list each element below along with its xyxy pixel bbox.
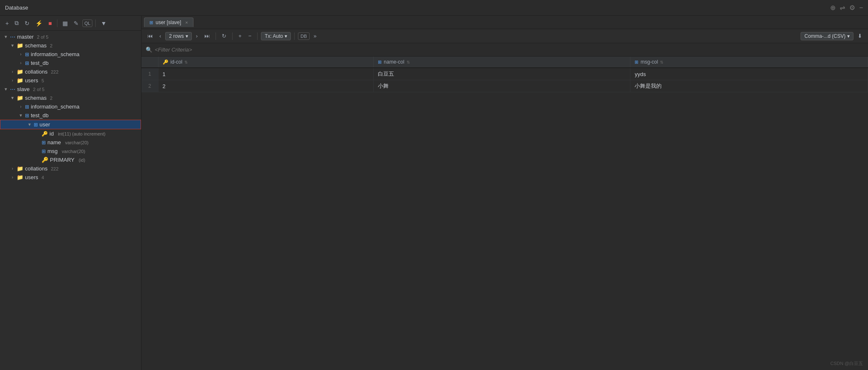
filter-input[interactable]: [155, 47, 864, 53]
add-connection-icon[interactable]: ⊕: [830, 4, 836, 12]
data-toolbar: ⏮ ‹ 2 rows ▾ › ⏭ ↻ + − Tx: Auto ▾ DB »: [141, 29, 868, 43]
master-label: master: [17, 34, 34, 40]
add-button[interactable]: +: [3, 19, 11, 28]
col-name-type: varchar(20): [65, 140, 89, 145]
row-msg-cell[interactable]: 小舞是我的: [630, 80, 868, 92]
col-name-header-label: name-col: [384, 59, 404, 65]
sidebar-item-info-schema-slave[interactable]: › ⊞ information_schema: [0, 102, 141, 111]
tx-selector[interactable]: Tx: Auto ▾: [261, 32, 291, 40]
sidebar-item-testdb-slave[interactable]: ▼ ⊞ test_db: [0, 111, 141, 120]
edit-button[interactable]: ✎: [72, 19, 81, 28]
data-table-wrapper: 🔑 id-col ⇅ ⊞ name-col ⇅: [141, 57, 868, 370]
row-name-cell[interactable]: 白豆五: [374, 68, 630, 80]
lightning-button[interactable]: ⚡: [33, 19, 45, 28]
info-schema-slave-label: information_schema: [31, 104, 79, 110]
table-icon-col-msg: ⊞: [42, 148, 46, 154]
row-id-cell[interactable]: 1: [158, 68, 374, 80]
sidebar-item-collations-slave[interactable]: › 📁 collations 222: [0, 164, 141, 173]
master-badge: 2 of 5: [37, 35, 49, 39]
sort-arrow-id: ⇅: [184, 60, 188, 64]
settings-icon[interactable]: ⚙: [849, 4, 855, 12]
chevron-user-table: ▼: [27, 122, 32, 127]
slave-label: slave: [17, 86, 30, 92]
nav-first-button[interactable]: ⏮: [145, 32, 155, 40]
col-id-type: int(11) (auto increment): [58, 131, 105, 136]
rows-dropdown-icon: ▾: [186, 33, 188, 39]
users-slave-badge: 4: [42, 175, 44, 180]
row-num-cell: 2: [141, 80, 158, 92]
folder-icon-collations-master: 📁: [17, 69, 23, 75]
row-name-cell[interactable]: 小舞: [374, 80, 630, 92]
sidebar-item-schemas-master[interactable]: ▼ 📁 schemas 2: [0, 41, 141, 50]
remove-row-button[interactable]: −: [246, 32, 254, 40]
col-header-name[interactable]: ⊞ name-col ⇅: [374, 57, 630, 68]
key-col-icon: 🔑: [163, 59, 169, 65]
rows-selector[interactable]: 2 rows ▾: [165, 32, 191, 40]
db-icon-button[interactable]: DB: [298, 32, 309, 40]
sidebar-item-col-name[interactable]: › ⊞ name varchar(20): [0, 138, 141, 147]
chevron-collations-slave: ›: [10, 166, 15, 171]
sort-arrow-msg: ⇅: [660, 60, 663, 64]
toolbar-divider-4: [294, 32, 295, 40]
sidebar-item-users-master[interactable]: › 📁 users 5: [0, 76, 141, 85]
csv-label: Comma-...d (CSV): [804, 33, 846, 39]
sidebar-item-testdb-master[interactable]: › ⊞ test_db: [0, 59, 141, 67]
more-options-button[interactable]: »: [311, 32, 319, 40]
row-num-cell: 1: [141, 68, 158, 80]
nav-next-button[interactable]: ›: [193, 32, 200, 40]
user-table-label: user: [40, 121, 50, 128]
tx-label: Tx: Auto: [265, 33, 283, 39]
tab-user-slave[interactable]: ⊞ user [slave] ×: [144, 17, 193, 27]
col-header-id[interactable]: 🔑 id-col ⇅: [158, 57, 374, 68]
database-tree: ▼ ⋯ master 2 of 5 ▼ 📁 schemas 2 › ⊞ info…: [0, 31, 141, 370]
col-header-msg[interactable]: ⊞ msg-col ⇅: [630, 57, 868, 68]
table-row: 22小舞小舞是我的: [141, 80, 868, 92]
col-id-header-label: id-col: [171, 59, 183, 65]
divider-2: [95, 20, 96, 27]
add-row-button[interactable]: +: [236, 32, 244, 40]
table-icon-user: ⊞: [34, 122, 38, 128]
table-header-row: 🔑 id-col ⇅ ⊞ name-col ⇅: [141, 57, 868, 68]
filter-button[interactable]: ▼: [99, 19, 109, 28]
folder-icon-users-slave: 📁: [17, 174, 23, 180]
row-id-cell[interactable]: 2: [158, 80, 374, 92]
table-icon-testdb-slave: ⊞: [25, 113, 29, 118]
col-header-rownum: [141, 57, 158, 68]
csv-dropdown-icon: ▾: [847, 33, 850, 39]
nav-last-button[interactable]: ⏭: [202, 32, 212, 40]
copy-button[interactable]: ⧉: [12, 18, 21, 28]
table-col-icon-msg: ⊞: [635, 59, 638, 65]
chevron-master: ▼: [3, 35, 8, 39]
sidebar-item-collations-master[interactable]: › 📁 collations 222: [0, 67, 141, 76]
table-body: 11白豆五yyds22小舞小舞是我的: [141, 68, 868, 92]
slave-badge: 2 of 5: [33, 87, 45, 92]
table-icon-testdb-master: ⊞: [25, 60, 29, 66]
ql-button[interactable]: QL: [82, 20, 93, 27]
grid-button[interactable]: ▦: [60, 19, 70, 28]
chevron-schemas-master: ▼: [10, 43, 15, 48]
chevron-collations-master: ›: [10, 69, 15, 74]
refresh-button[interactable]: ↻: [22, 19, 32, 28]
sidebar-item-col-id[interactable]: › 🔑 id int(11) (auto increment): [0, 129, 141, 138]
close-pane-icon[interactable]: −: [859, 4, 863, 12]
tab-close-button[interactable]: ×: [185, 20, 188, 25]
balance-icon[interactable]: ⇌: [840, 4, 845, 12]
nav-prev-button[interactable]: ‹: [157, 32, 164, 40]
sidebar-item-col-msg[interactable]: › ⊞ msg varchar(20): [0, 147, 141, 155]
sidebar-item-info-schema-master[interactable]: › ⊞ information_schema: [0, 50, 141, 59]
chevron-schemas-slave: ▼: [10, 96, 15, 100]
sidebar-item-users-slave[interactable]: › 📁 users 4: [0, 173, 141, 182]
download-button[interactable]: ⬇: [855, 32, 865, 40]
table-icon-info-slave: ⊞: [25, 104, 29, 110]
sidebar-item-col-primary[interactable]: › 🔑 PRIMARY (id): [0, 155, 141, 164]
sidebar-item-slave[interactable]: ▼ ⋯ slave 2 of 5: [0, 85, 141, 94]
row-msg-cell[interactable]: yyds: [630, 68, 868, 80]
csv-selector[interactable]: Comma-...d (CSV) ▾: [801, 32, 853, 40]
sidebar-item-schemas-slave[interactable]: ▼ 📁 schemas 2: [0, 94, 141, 102]
refresh-data-button[interactable]: ↻: [219, 32, 229, 40]
sidebar-item-user-table[interactable]: ▼ ⊞ user: [0, 120, 141, 129]
stop-button[interactable]: ■: [46, 19, 54, 28]
sidebar-item-master[interactable]: ▼ ⋯ master 2 of 5: [0, 32, 141, 41]
toolbar-divider-3: [257, 32, 258, 40]
db-icon-master: ⋯: [10, 34, 15, 40]
